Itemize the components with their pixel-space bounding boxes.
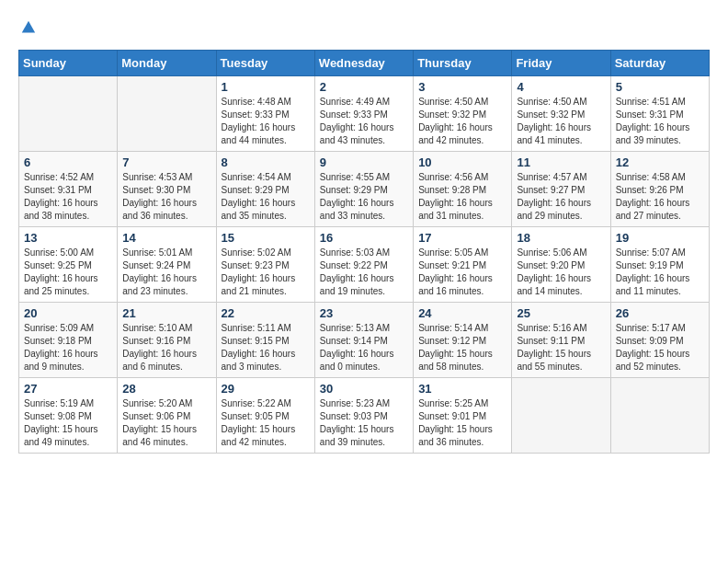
cell-content: Sunrise: 5:10 AMSunset: 9:16 PMDaylight:… (122, 322, 210, 373)
calendar-cell (118, 76, 216, 152)
cell-content: Sunrise: 5:05 AMSunset: 9:21 PMDaylight:… (418, 247, 506, 298)
cell-content: Sunrise: 5:22 AMSunset: 9:05 PMDaylight:… (222, 397, 310, 449)
day-number: 17 (418, 231, 506, 245)
calendar-cell: 16Sunrise: 5:03 AMSunset: 9:22 PMDayligh… (314, 227, 413, 303)
day-number: 3 (418, 80, 506, 94)
calendar-cell: 26Sunrise: 5:17 AMSunset: 9:09 PMDayligh… (610, 303, 709, 378)
calendar-week-row: 6Sunrise: 4:52 AMSunset: 9:31 PMDaylight… (19, 152, 710, 227)
day-number: 5 (616, 80, 704, 94)
calendar-cell: 17Sunrise: 5:05 AMSunset: 9:21 PMDayligh… (414, 227, 512, 303)
cell-content: Sunrise: 4:57 AMSunset: 9:27 PMDaylight:… (517, 171, 605, 223)
day-number: 28 (122, 382, 210, 396)
cell-content: Sunrise: 5:14 AMSunset: 9:12 PMDaylight:… (418, 322, 506, 373)
day-number: 14 (122, 231, 210, 245)
cell-content: Sunrise: 5:16 AMSunset: 9:11 PMDaylight:… (517, 322, 605, 373)
calendar-cell: 9Sunrise: 4:55 AMSunset: 9:29 PMDaylight… (314, 152, 413, 227)
day-number: 4 (517, 80, 605, 94)
cell-content: Sunrise: 5:17 AMSunset: 9:09 PMDaylight:… (616, 322, 704, 373)
weekday-header: Saturday (610, 51, 709, 76)
day-number: 30 (320, 382, 408, 396)
calendar-cell: 27Sunrise: 5:19 AMSunset: 9:08 PMDayligh… (19, 378, 118, 454)
cell-content: Sunrise: 5:03 AMSunset: 9:22 PMDaylight:… (320, 247, 408, 298)
day-number: 12 (616, 155, 704, 169)
day-number: 11 (517, 155, 605, 169)
cell-content: Sunrise: 4:54 AMSunset: 9:29 PMDaylight:… (222, 171, 310, 223)
day-number: 22 (222, 306, 310, 320)
calendar-cell: 22Sunrise: 5:11 AMSunset: 9:15 PMDayligh… (216, 303, 314, 378)
calendar-cell: 24Sunrise: 5:14 AMSunset: 9:12 PMDayligh… (414, 303, 512, 378)
day-number: 7 (122, 155, 210, 169)
calendar-cell: 14Sunrise: 5:01 AMSunset: 9:24 PMDayligh… (118, 227, 216, 303)
calendar-cell: 13Sunrise: 5:00 AMSunset: 9:25 PMDayligh… (19, 227, 118, 303)
calendar-table: SundayMondayTuesdayWednesdayThursdayFrid… (18, 50, 710, 454)
calendar-week-row: 13Sunrise: 5:00 AMSunset: 9:25 PMDayligh… (19, 227, 710, 303)
logo (18, 18, 37, 40)
cell-content: Sunrise: 5:00 AMSunset: 9:25 PMDaylight:… (24, 247, 112, 298)
calendar-cell: 19Sunrise: 5:07 AMSunset: 9:19 PMDayligh… (610, 227, 709, 303)
cell-content: Sunrise: 5:20 AMSunset: 9:06 PMDaylight:… (122, 397, 210, 449)
calendar-cell: 31Sunrise: 5:25 AMSunset: 9:01 PMDayligh… (414, 378, 512, 454)
calendar-cell: 1Sunrise: 4:48 AMSunset: 9:33 PMDaylight… (216, 76, 314, 152)
day-number: 20 (24, 306, 112, 320)
cell-content: Sunrise: 4:51 AMSunset: 9:31 PMDaylight:… (616, 96, 704, 147)
cell-content: Sunrise: 5:02 AMSunset: 9:23 PMDaylight:… (222, 247, 310, 298)
calendar-cell: 28Sunrise: 5:20 AMSunset: 9:06 PMDayligh… (118, 378, 216, 454)
cell-content: Sunrise: 5:13 AMSunset: 9:14 PMDaylight:… (320, 322, 408, 373)
day-number: 8 (222, 155, 310, 169)
day-number: 13 (24, 231, 112, 245)
weekday-header: Sunday (19, 51, 118, 76)
calendar-cell: 5Sunrise: 4:51 AMSunset: 9:31 PMDaylight… (610, 76, 709, 152)
day-number: 19 (616, 231, 704, 245)
calendar-cell: 15Sunrise: 5:02 AMSunset: 9:23 PMDayligh… (216, 227, 314, 303)
calendar-week-row: 27Sunrise: 5:19 AMSunset: 9:08 PMDayligh… (19, 378, 710, 454)
cell-content: Sunrise: 4:53 AMSunset: 9:30 PMDaylight:… (122, 171, 210, 223)
weekday-header: Friday (512, 51, 610, 76)
day-number: 6 (24, 155, 112, 169)
cell-content: Sunrise: 5:19 AMSunset: 9:08 PMDaylight:… (24, 397, 112, 449)
day-number: 18 (517, 231, 605, 245)
calendar-header-row: SundayMondayTuesdayWednesdayThursdayFrid… (19, 51, 710, 76)
calendar-cell: 10Sunrise: 4:56 AMSunset: 9:28 PMDayligh… (414, 152, 512, 227)
cell-content: Sunrise: 5:06 AMSunset: 9:20 PMDaylight:… (517, 247, 605, 298)
calendar-cell: 18Sunrise: 5:06 AMSunset: 9:20 PMDayligh… (512, 227, 610, 303)
cell-content: Sunrise: 5:11 AMSunset: 9:15 PMDaylight:… (222, 322, 310, 373)
calendar-cell: 30Sunrise: 5:23 AMSunset: 9:03 PMDayligh… (314, 378, 413, 454)
weekday-header: Thursday (414, 51, 512, 76)
day-number: 15 (222, 231, 310, 245)
calendar-week-row: 1Sunrise: 4:48 AMSunset: 9:33 PMDaylight… (19, 76, 710, 152)
calendar-cell: 4Sunrise: 4:50 AMSunset: 9:32 PMDaylight… (512, 76, 610, 152)
cell-content: Sunrise: 4:52 AMSunset: 9:31 PMDaylight:… (24, 171, 112, 223)
day-number: 16 (320, 231, 408, 245)
calendar-cell: 8Sunrise: 4:54 AMSunset: 9:29 PMDaylight… (216, 152, 314, 227)
weekday-header: Tuesday (216, 51, 314, 76)
cell-content: Sunrise: 5:07 AMSunset: 9:19 PMDaylight:… (616, 247, 704, 298)
calendar-cell (610, 378, 709, 454)
cell-content: Sunrise: 5:01 AMSunset: 9:24 PMDaylight:… (122, 247, 210, 298)
weekday-header: Wednesday (314, 51, 413, 76)
calendar-week-row: 20Sunrise: 5:09 AMSunset: 9:18 PMDayligh… (19, 303, 710, 378)
cell-content: Sunrise: 4:50 AMSunset: 9:32 PMDaylight:… (517, 96, 605, 147)
cell-content: Sunrise: 4:50 AMSunset: 9:32 PMDaylight:… (418, 96, 506, 147)
calendar-cell: 3Sunrise: 4:50 AMSunset: 9:32 PMDaylight… (414, 76, 512, 152)
calendar-cell: 29Sunrise: 5:22 AMSunset: 9:05 PMDayligh… (216, 378, 314, 454)
cell-content: Sunrise: 5:23 AMSunset: 9:03 PMDaylight:… (320, 397, 408, 449)
logo-icon (20, 19, 37, 36)
day-number: 25 (517, 306, 605, 320)
day-number: 23 (320, 306, 408, 320)
day-number: 29 (222, 382, 310, 396)
day-number: 10 (418, 155, 506, 169)
day-number: 26 (616, 306, 704, 320)
calendar-cell (512, 378, 610, 454)
calendar-cell: 20Sunrise: 5:09 AMSunset: 9:18 PMDayligh… (19, 303, 118, 378)
calendar-cell: 11Sunrise: 4:57 AMSunset: 9:27 PMDayligh… (512, 152, 610, 227)
day-number: 24 (418, 306, 506, 320)
day-number: 31 (418, 382, 506, 396)
day-number: 1 (222, 80, 310, 94)
cell-content: Sunrise: 4:55 AMSunset: 9:29 PMDaylight:… (320, 171, 408, 223)
day-number: 21 (122, 306, 210, 320)
logo-text (18, 18, 37, 40)
calendar-cell (19, 76, 118, 152)
day-number: 2 (320, 80, 408, 94)
day-number: 9 (320, 155, 408, 169)
cell-content: Sunrise: 4:49 AMSunset: 9:33 PMDaylight:… (320, 96, 408, 147)
